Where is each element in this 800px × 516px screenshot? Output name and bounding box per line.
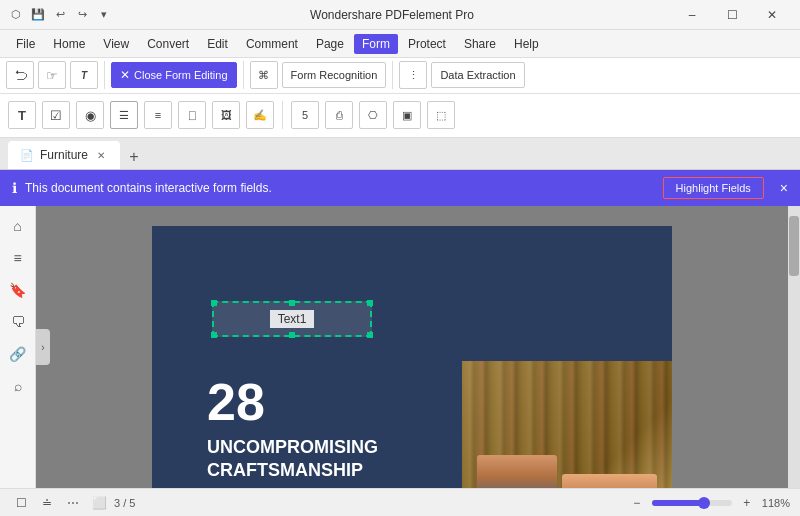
sidebar-bookmark-icon[interactable]: 🔖 — [4, 276, 32, 304]
status-bar: ☐ ≐ ⋯ ⬜ 3 / 5 − + 118% — [0, 488, 800, 516]
sidebar-comment-icon[interactable]: 🗨 — [4, 308, 32, 336]
info-banner-text: This document contains interactive form … — [25, 181, 655, 195]
text-field-label: Text1 — [270, 310, 315, 328]
menu-edit[interactable]: Edit — [199, 34, 236, 54]
tabs-bar: 📄 Furniture ✕ + — [0, 138, 800, 170]
toolbar-top: ⮌ ☞ T ✕ Close Form Editing ⌘ Form Recogn… — [0, 58, 800, 94]
add-tab-button[interactable]: + — [122, 145, 146, 169]
signature-button[interactable]: ✍ — [246, 101, 274, 129]
menu-home[interactable]: Home — [45, 34, 93, 54]
status-icon-3[interactable]: ⋯ — [62, 492, 84, 514]
title-bar-title: Wondershare PDFelement Pro — [112, 8, 672, 22]
banner-close-button[interactable]: × — [780, 180, 788, 196]
zoom-slider-thumb[interactable] — [698, 497, 710, 509]
text-field-overlay[interactable]: Text1 — [212, 301, 372, 337]
menu-page[interactable]: Page — [308, 34, 352, 54]
sidebar-link-icon[interactable]: 🔗 — [4, 340, 32, 368]
doc-title-line2: CRAFTSMANSHIP — [207, 459, 378, 482]
title-bar-controls: – ☐ ✕ — [672, 0, 792, 30]
menu-comment[interactable]: Comment — [238, 34, 306, 54]
sidebar-layers-icon[interactable]: ≡ — [4, 244, 32, 272]
highlight-fields-button[interactable]: Highlight Fields — [663, 177, 764, 199]
scrollbar-thumb[interactable] — [789, 216, 799, 276]
info-icon: ℹ — [12, 180, 17, 196]
zoom-out-button[interactable]: − — [626, 492, 648, 514]
page-info: 3 / 5 — [114, 497, 135, 509]
status-right: − + 118% — [626, 492, 790, 514]
pointer-tool-button[interactable]: ⮌ — [6, 61, 34, 89]
handle-top-mid[interactable] — [289, 300, 295, 306]
tab-close-button[interactable]: ✕ — [94, 148, 108, 162]
close-form-icon: ✕ — [120, 68, 130, 82]
data-extraction-button[interactable]: Data Extraction — [431, 62, 524, 88]
status-icon-4[interactable]: ⬜ — [88, 492, 110, 514]
form-recognition-icon-btn[interactable]: ⌘ — [250, 61, 278, 89]
menu-convert[interactable]: Convert — [139, 34, 197, 54]
left-sidebar: ⌂ ≡ 🔖 🗨 🔗 ⌕ — [0, 206, 36, 488]
menu-help[interactable]: Help — [506, 34, 547, 54]
undo-icon[interactable]: ↩ — [52, 7, 68, 23]
form-recognition-button[interactable]: Form Recognition — [282, 62, 387, 88]
toolbar-separator-4 — [282, 101, 283, 129]
handle-top-left[interactable] — [211, 300, 217, 306]
list-field-button[interactable]: ≡ — [144, 101, 172, 129]
document-area[interactable]: Text1 28 UNCOMPROMISING CRAFTSMANSHIP At… — [36, 206, 788, 488]
close-form-editing-button[interactable]: ✕ Close Form Editing — [111, 62, 237, 88]
photo-background — [462, 361, 672, 488]
menu-view[interactable]: View — [95, 34, 137, 54]
tab-furniture[interactable]: 📄 Furniture ✕ — [8, 141, 120, 169]
handle-top-right[interactable] — [367, 300, 373, 306]
title-bar: ⬡ 💾 ↩ ↪ ▾ Wondershare PDFelement Pro – ☐… — [0, 0, 800, 30]
radio-button[interactable]: ◉ — [76, 101, 104, 129]
dropdown-field-button[interactable]: ☰ — [110, 101, 138, 129]
toolbar-separator-1 — [104, 61, 105, 89]
extra-icon-1[interactable]: ⎙ — [325, 101, 353, 129]
maximize-button[interactable]: ☐ — [712, 0, 752, 30]
hand-tool-button[interactable]: ☞ — [38, 61, 66, 89]
menu-form[interactable]: Form — [354, 34, 398, 54]
handle-bottom-left[interactable] — [211, 332, 217, 338]
status-left: ☐ ≐ ⋯ ⬜ 3 / 5 — [10, 492, 135, 514]
doc-number: 28 — [207, 376, 265, 428]
main-area: ⌂ ≡ 🔖 🗨 🔗 ⌕ › Text1 28 UNCOMPROMISI — [0, 206, 800, 488]
doc-title: UNCOMPROMISING CRAFTSMANSHIP — [207, 436, 378, 483]
toolbar-separator-2 — [243, 61, 244, 89]
toolbar-separator-3 — [392, 61, 393, 89]
sidebar-toggle-button[interactable]: › — [36, 329, 50, 365]
menu-share[interactable]: Share — [456, 34, 504, 54]
dropdown-icon[interactable]: ▾ — [96, 7, 112, 23]
extra-icon-4[interactable]: ⬚ — [427, 101, 455, 129]
data-extraction-icon-btn[interactable]: ⋮ — [399, 61, 427, 89]
close-button[interactable]: ✕ — [752, 0, 792, 30]
status-icon-2[interactable]: ≐ — [36, 492, 58, 514]
zoom-in-button[interactable]: + — [736, 492, 758, 514]
right-scrollbar[interactable] — [788, 206, 800, 488]
document-page: Text1 28 UNCOMPROMISING CRAFTSMANSHIP At… — [152, 226, 672, 488]
toolbar: ⮌ ☞ T ✕ Close Form Editing ⌘ Form Recogn… — [0, 58, 800, 138]
sidebar-search-icon[interactable]: ⌕ — [4, 372, 32, 400]
handle-bottom-mid[interactable] — [289, 332, 295, 338]
zoom-slider[interactable] — [652, 500, 732, 506]
button-field-button[interactable]: ⎕ — [178, 101, 206, 129]
handle-bottom-right[interactable] — [367, 332, 373, 338]
save-icon[interactable]: 💾 — [30, 7, 46, 23]
number-field-button[interactable]: 5 — [291, 101, 319, 129]
menu-file[interactable]: File — [8, 34, 43, 54]
extra-icon-2[interactable]: ⎔ — [359, 101, 387, 129]
extra-icon-3[interactable]: ▣ — [393, 101, 421, 129]
doc-photo — [462, 361, 672, 488]
status-icon-1[interactable]: ☐ — [10, 492, 32, 514]
redo-icon[interactable]: ↪ — [74, 7, 90, 23]
sidebar-home-icon[interactable]: ⌂ — [4, 212, 32, 240]
tab-icon: 📄 — [20, 149, 34, 162]
menu-protect[interactable]: Protect — [400, 34, 454, 54]
zoom-control: − + 118% — [626, 492, 790, 514]
minimize-button[interactable]: – — [672, 0, 712, 30]
text-field-button[interactable]: T — [8, 101, 36, 129]
title-bar-icons: ⬡ 💾 ↩ ↪ ▾ — [8, 7, 112, 23]
text-select-button[interactable]: T — [70, 61, 98, 89]
checkbox-button[interactable]: ☑ — [42, 101, 70, 129]
doc-title-line1: UNCOMPROMISING — [207, 436, 378, 459]
image-field-button[interactable]: 🖼 — [212, 101, 240, 129]
tab-label: Furniture — [40, 148, 88, 162]
